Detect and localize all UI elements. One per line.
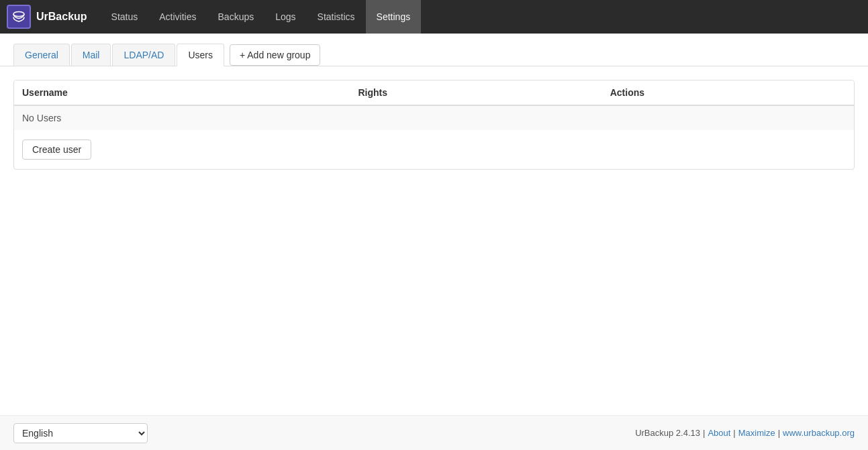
version-text: UrBackup 2.4.13 xyxy=(635,428,700,438)
nav-links: Status Activities Backups Logs Statistic… xyxy=(101,0,861,34)
maximize-link[interactable]: Maximize xyxy=(738,428,775,438)
navbar: UrBackup Status Activities Backups Logs … xyxy=(0,0,868,34)
nav-activities[interactable]: Activities xyxy=(148,0,207,34)
nav-statistics[interactable]: Statistics xyxy=(307,0,366,34)
col-header-rights: Rights xyxy=(350,80,601,105)
col-header-actions: Actions xyxy=(602,80,854,105)
tab-general[interactable]: General xyxy=(13,44,70,66)
separator-2: | xyxy=(733,428,735,438)
col-header-username: Username xyxy=(14,80,350,105)
about-link[interactable]: About xyxy=(708,428,730,438)
users-table: Username Rights Actions No Users xyxy=(14,80,854,130)
tab-ldap[interactable]: LDAP/AD xyxy=(112,44,175,66)
tab-mail[interactable]: Mail xyxy=(71,44,111,66)
brand-link[interactable]: UrBackup xyxy=(7,5,87,29)
language-selector-container: English xyxy=(13,423,148,443)
brand-name: UrBackup xyxy=(36,11,87,23)
separator-1: | xyxy=(703,428,705,438)
brand-icon xyxy=(7,5,31,29)
language-select[interactable]: English xyxy=(13,423,148,443)
no-users-text: No Users xyxy=(14,105,854,130)
nav-logs[interactable]: Logs xyxy=(264,0,306,34)
nav-status[interactable]: Status xyxy=(101,0,149,34)
website-link[interactable]: www.urbackup.org xyxy=(783,428,855,438)
separator-3: | xyxy=(778,428,780,438)
settings-tabs: General Mail LDAP/AD Users + Add new gro… xyxy=(0,34,868,66)
users-panel: Username Rights Actions No Users Create … xyxy=(13,80,855,170)
svg-point-0 xyxy=(13,12,24,17)
footer-right: UrBackup 2.4.13 | About | Maximize | www… xyxy=(635,428,855,438)
table-header-row: Username Rights Actions xyxy=(14,80,854,105)
tab-users[interactable]: Users xyxy=(177,44,224,66)
nav-settings[interactable]: Settings xyxy=(366,0,422,34)
nav-backups[interactable]: Backups xyxy=(207,0,265,34)
footer: English UrBackup 2.4.13 | About | Maximi… xyxy=(0,415,868,450)
main-content: Username Rights Actions No Users Create … xyxy=(0,66,868,415)
create-user-button[interactable]: Create user xyxy=(22,139,91,160)
add-new-group-button[interactable]: + Add new group xyxy=(230,44,320,66)
no-users-row: No Users xyxy=(14,105,854,130)
